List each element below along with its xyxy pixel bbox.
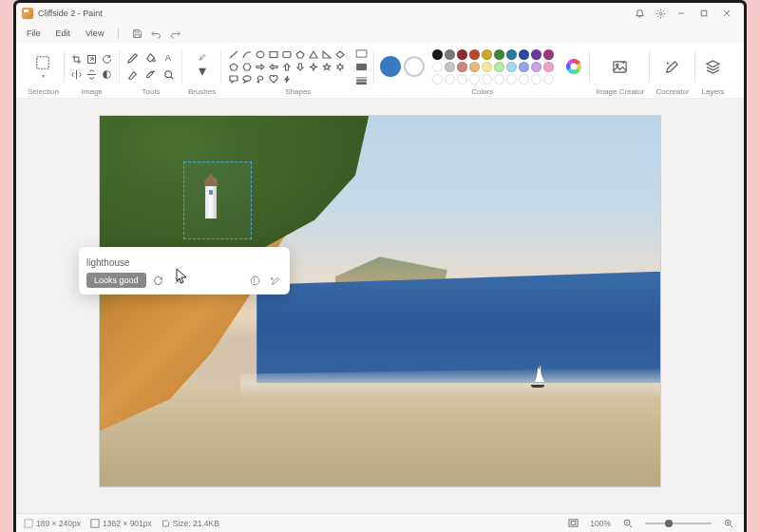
invert-icon[interactable] — [101, 67, 114, 81]
color-swatch[interactable] — [531, 49, 542, 60]
shape-triangle-icon[interactable] — [307, 48, 319, 60]
image-creator-button[interactable] — [608, 56, 633, 77]
color-swatch[interactable] — [457, 49, 467, 60]
color-swatch-empty[interactable] — [506, 74, 517, 85]
color-swatch[interactable] — [506, 49, 517, 60]
color-swatch[interactable] — [432, 49, 443, 60]
shape-thickness-button[interactable] — [353, 74, 369, 86]
shape-curve-icon[interactable] — [240, 48, 253, 60]
color-swatch-empty[interactable] — [482, 74, 492, 85]
flip-v-icon[interactable] — [86, 67, 99, 81]
color-swatch[interactable] — [445, 62, 455, 72]
help-icon[interactable]: i — [247, 273, 262, 288]
menu-view[interactable]: View — [83, 27, 106, 40]
shape-outline-button[interactable] — [353, 48, 369, 59]
shape-polygon-icon[interactable] — [294, 48, 306, 60]
pencil-icon[interactable] — [125, 50, 141, 66]
eraser-icon[interactable] — [125, 67, 141, 83]
shape-arrow-left-icon[interactable] — [267, 61, 279, 72]
maximize-button[interactable] — [693, 4, 715, 23]
shape-callout-rect-icon[interactable] — [227, 73, 239, 85]
redo-icon[interactable] — [168, 27, 181, 40]
color-swatch-empty[interactable] — [432, 74, 443, 85]
shape-heart-icon[interactable] — [267, 73, 279, 85]
zoom-in-button[interactable] — [721, 516, 736, 531]
shape-arrow-up-icon[interactable] — [280, 61, 293, 72]
color-swatch[interactable] — [432, 62, 443, 72]
brushes-button[interactable]: ▾ — [192, 53, 213, 80]
crop-icon[interactable] — [70, 52, 84, 66]
color-swatch-empty[interactable] — [457, 74, 467, 85]
color-swatch-empty[interactable] — [543, 74, 554, 85]
zoom-slider[interactable] — [645, 522, 712, 524]
color-picker-button[interactable] — [563, 56, 584, 77]
color-swatch-empty[interactable] — [531, 74, 542, 85]
notifications-icon[interactable] — [630, 4, 649, 23]
magnifier-icon[interactable] — [162, 67, 177, 83]
shape-right-triangle-icon[interactable] — [320, 48, 332, 60]
retry-icon[interactable] — [151, 273, 166, 288]
color-swatch[interactable] — [519, 49, 529, 60]
settings-icon[interactable] — [651, 4, 670, 23]
shape-hexagon-icon[interactable] — [240, 61, 253, 72]
color-primary[interactable] — [380, 56, 401, 77]
shape-rect-icon[interactable] — [267, 48, 279, 60]
shape-line-icon[interactable] — [227, 48, 239, 60]
color-swatch[interactable] — [506, 62, 517, 72]
shape-oval-icon[interactable] — [254, 48, 266, 60]
prompt-input[interactable] — [86, 256, 282, 273]
shape-roundrect-icon[interactable] — [280, 48, 293, 60]
undo-icon[interactable] — [149, 27, 162, 40]
canvas-workspace[interactable]: Looks good i — [16, 99, 744, 513]
color-swatch-empty[interactable] — [494, 74, 504, 85]
canvas[interactable] — [100, 116, 660, 486]
color-swatch[interactable] — [543, 62, 554, 72]
shape-diamond-icon[interactable] — [333, 48, 346, 60]
color-swatch[interactable] — [445, 49, 455, 60]
shape-pentagon-icon[interactable] — [227, 61, 239, 72]
color-swatch[interactable] — [519, 62, 529, 72]
color-swatch[interactable] — [469, 49, 480, 60]
close-button[interactable] — [715, 4, 738, 23]
menu-file[interactable]: File — [24, 27, 44, 40]
zoom-out-button[interactable] — [620, 516, 636, 531]
cancel-icon[interactable] — [171, 273, 186, 288]
rotate-icon[interactable] — [101, 52, 114, 66]
shape-star5-icon[interactable] — [320, 61, 332, 72]
color-swatch-empty[interactable] — [445, 74, 455, 85]
fit-screen-button[interactable] — [565, 516, 580, 531]
color-swatch[interactable] — [494, 49, 504, 60]
color-swatch-empty[interactable] — [469, 74, 480, 85]
text-icon[interactable]: A — [162, 50, 177, 66]
color-swatch-empty[interactable] — [519, 74, 529, 85]
shape-lightning-icon[interactable] — [280, 73, 293, 85]
minimize-button[interactable] — [670, 4, 693, 23]
color-swatch[interactable] — [531, 62, 542, 72]
shape-callout-oval-icon[interactable] — [240, 73, 253, 85]
flip-h-icon[interactable] — [70, 67, 84, 81]
shape-arrow-down-icon[interactable] — [294, 61, 306, 72]
shape-arrow-right-icon[interactable] — [254, 61, 266, 72]
layers-button[interactable] — [701, 56, 726, 77]
shape-star4-icon[interactable] — [307, 61, 319, 72]
cocreator-button[interactable] — [660, 56, 685, 77]
color-swatch[interactable] — [494, 62, 504, 72]
color-secondary[interactable] — [404, 56, 425, 77]
menu-edit[interactable]: Edit — [53, 27, 74, 40]
shape-star6-icon[interactable] — [333, 61, 346, 72]
eyedropper-icon[interactable] — [143, 67, 159, 83]
color-swatch[interactable] — [482, 49, 492, 60]
status-selection-size: 189 × 240px — [24, 519, 81, 528]
style-options-icon[interactable] — [267, 273, 282, 288]
color-swatch[interactable] — [469, 62, 480, 72]
selection-tool-button[interactable]: ▾ — [30, 52, 55, 81]
save-icon[interactable] — [130, 27, 143, 40]
color-swatch[interactable] — [482, 62, 492, 72]
looks-good-button[interactable]: Looks good — [86, 273, 146, 288]
fill-icon[interactable] — [143, 50, 159, 66]
color-swatch[interactable] — [543, 49, 554, 60]
shape-callout-cloud-icon[interactable] — [254, 73, 266, 85]
shape-fill-button[interactable] — [353, 61, 369, 72]
resize-icon[interactable] — [86, 52, 99, 66]
color-swatch[interactable] — [457, 62, 467, 72]
